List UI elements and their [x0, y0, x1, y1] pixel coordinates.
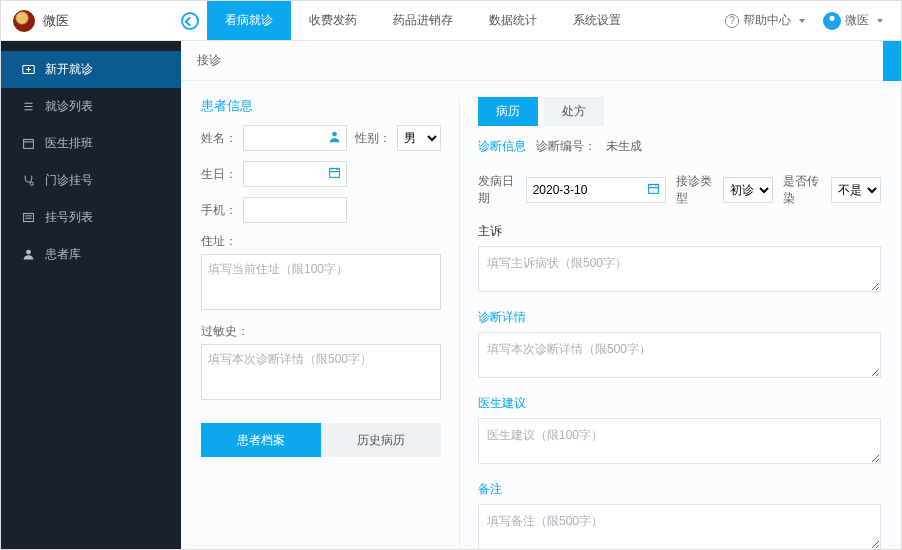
- row-phone: 手机：: [201, 197, 441, 223]
- help-center[interactable]: ? 帮助中心: [725, 12, 805, 29]
- chevron-down-icon: [795, 14, 805, 28]
- calendar-icon[interactable]: [328, 166, 341, 182]
- svg-rect-3: [23, 213, 33, 221]
- tab-medical-record[interactable]: 病历: [478, 97, 538, 126]
- visit-type-label: 接诊类型: [676, 173, 714, 207]
- sidebar-item-label: 就诊列表: [45, 98, 93, 115]
- svg-point-4: [26, 250, 31, 255]
- logo-area: 微医: [1, 10, 181, 32]
- svg-rect-1: [23, 139, 33, 148]
- logo-text: 微医: [43, 12, 69, 30]
- help-label: 帮助中心: [743, 12, 791, 29]
- birth-input-wrap: [243, 161, 347, 187]
- collapse-sidebar-icon[interactable]: [181, 12, 199, 30]
- record-panel: 病历 处方 诊断信息 诊断编号： 未生成 发病日期 接诊类型 初诊: [459, 97, 881, 549]
- sidebar-item-outpatient-reg[interactable]: 门诊挂号: [1, 162, 181, 199]
- tab-history-record[interactable]: 历史病历: [321, 423, 441, 457]
- calendar-icon: [21, 137, 35, 150]
- section-detail: 诊断详情: [478, 309, 881, 381]
- diagnosis-info-row: 诊断信息 诊断编号： 未生成: [478, 138, 881, 155]
- content: 患者信息 姓名： 性别： 男 生日：: [181, 81, 901, 549]
- user-menu[interactable]: 微医: [823, 12, 883, 30]
- section-advice: 医生建议: [478, 395, 881, 467]
- advice-textarea[interactable]: [478, 418, 881, 464]
- user-icon: [21, 248, 35, 261]
- name-label: 姓名：: [201, 130, 237, 147]
- tab-patient-archive[interactable]: 患者档案: [201, 423, 321, 457]
- onset-date-wrap: [526, 177, 666, 203]
- phone-input[interactable]: [243, 197, 347, 223]
- sidebar-item-patient-db[interactable]: 患者库: [1, 236, 181, 273]
- sidebar-item-label: 医生排班: [45, 135, 93, 152]
- allergy-textarea[interactable]: [201, 344, 441, 400]
- sidebar-item-reg-list[interactable]: 挂号列表: [1, 199, 181, 236]
- gender-select[interactable]: 男: [397, 125, 441, 151]
- detail-textarea[interactable]: [478, 332, 881, 378]
- patient-section-title: 患者信息: [201, 97, 441, 115]
- name-input-wrap: [243, 125, 347, 151]
- header: 微医 看病就诊 收费发药 药品进销存 数据统计 系统设置 ? 帮助中心 微医: [1, 1, 901, 41]
- address-label: 住址：: [201, 233, 441, 250]
- onset-label: 发病日期: [478, 173, 516, 207]
- avatar-icon: [823, 12, 841, 30]
- list-icon: [21, 211, 35, 224]
- sidebar-item-doctor-schedule[interactable]: 医生排班: [1, 125, 181, 162]
- body: 新开就诊 就诊列表 医生排班 门诊挂号 挂号列表 患者库 接诊: [1, 41, 901, 549]
- svg-rect-7: [648, 184, 658, 193]
- topnav-item-settings[interactable]: 系统设置: [555, 1, 639, 40]
- diag-no-value: 未生成: [606, 138, 642, 155]
- topnav-item-inventory[interactable]: 药品进销存: [375, 1, 471, 40]
- advice-label: 医生建议: [478, 395, 881, 412]
- page-title: 接诊: [197, 52, 221, 69]
- complaint-label: 主诉: [478, 223, 881, 240]
- detail-label: 诊断详情: [478, 309, 881, 326]
- sidebar-item-new-visit[interactable]: 新开就诊: [1, 51, 181, 88]
- remark-textarea[interactable]: [478, 504, 881, 549]
- allergy-label: 过敏史：: [201, 323, 441, 340]
- svg-point-2: [30, 182, 33, 185]
- contagion-label: 是否传染: [783, 173, 821, 207]
- gender-label: 性别：: [355, 130, 391, 147]
- diag-info-label: 诊断信息: [478, 138, 526, 155]
- topnav-item-clinic[interactable]: 看病就诊: [207, 1, 291, 40]
- user-icon[interactable]: [328, 130, 341, 146]
- param-row: 发病日期 接诊类型 初诊 是否传染 不是: [478, 173, 881, 207]
- sidebar-item-label: 新开就诊: [45, 61, 93, 78]
- contagion-select[interactable]: 不是: [831, 177, 881, 203]
- birth-label: 生日：: [201, 166, 237, 183]
- row-allergy: 过敏史：: [201, 323, 441, 403]
- remark-label: 备注: [478, 481, 881, 498]
- sidebar-item-label: 挂号列表: [45, 209, 93, 226]
- header-right: ? 帮助中心 微医: [725, 12, 901, 30]
- main: 接诊 患者信息 姓名： 性别： 男 生日：: [181, 41, 901, 549]
- breadcrumb: 接诊: [181, 41, 901, 81]
- row-name-gender: 姓名： 性别： 男: [201, 125, 441, 151]
- record-tabs: 病历 处方: [478, 97, 881, 126]
- sidebar-item-label: 患者库: [45, 246, 81, 263]
- plus-card-icon: [21, 63, 35, 76]
- visit-type-select[interactable]: 初诊: [723, 177, 773, 203]
- sidebar-item-visit-list[interactable]: 就诊列表: [1, 88, 181, 125]
- topnav-item-billing[interactable]: 收费发药: [291, 1, 375, 40]
- crumb-action-button[interactable]: [883, 41, 901, 81]
- section-complaint: 主诉: [478, 223, 881, 295]
- phone-label: 手机：: [201, 202, 237, 219]
- top-nav: 看病就诊 收费发药 药品进销存 数据统计 系统设置: [207, 1, 639, 40]
- question-icon: ?: [725, 14, 739, 28]
- stethoscope-icon: [21, 174, 35, 187]
- onset-date-input[interactable]: [526, 177, 666, 203]
- complaint-textarea[interactable]: [478, 246, 881, 292]
- patient-panel: 患者信息 姓名： 性别： 男 生日：: [201, 97, 441, 549]
- tab-prescription[interactable]: 处方: [544, 97, 604, 126]
- section-remark: 备注: [478, 481, 881, 549]
- diag-no-label: 诊断编号：: [536, 138, 596, 155]
- row-birth: 生日：: [201, 161, 441, 187]
- svg-rect-6: [330, 168, 340, 177]
- calendar-icon[interactable]: [647, 182, 660, 198]
- topnav-item-stats[interactable]: 数据统计: [471, 1, 555, 40]
- sidebar: 新开就诊 就诊列表 医生排班 门诊挂号 挂号列表 患者库: [1, 41, 181, 549]
- row-address: 住址：: [201, 233, 441, 313]
- address-textarea[interactable]: [201, 254, 441, 310]
- sidebar-item-label: 门诊挂号: [45, 172, 93, 189]
- chevron-down-icon: [873, 14, 883, 28]
